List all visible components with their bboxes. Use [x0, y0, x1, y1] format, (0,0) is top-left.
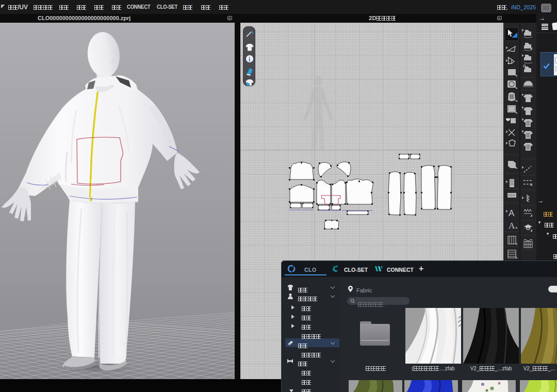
svg-text:A: A	[509, 208, 515, 218]
svg-text:A: A	[509, 221, 515, 231]
